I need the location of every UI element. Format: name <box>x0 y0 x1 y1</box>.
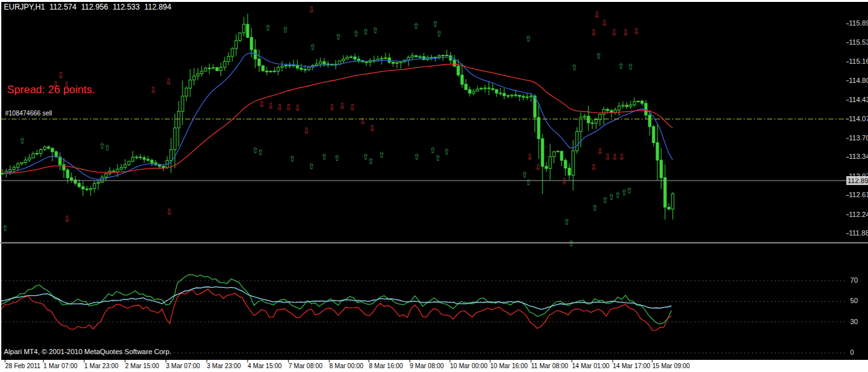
indicator-level-label: 70 <box>850 276 858 284</box>
price-tick-label: 115.160 <box>849 57 868 65</box>
symbol-ohlc-line: EURJPY,H1112.574112.956112.533112.894 <box>4 3 176 11</box>
price-tick-label: 112.610 <box>849 191 868 198</box>
price-tick-label: 111.880 <box>849 229 868 237</box>
order-ticket-label[interactable]: #108474666 sell <box>5 110 52 117</box>
time-tick-label: 1 Mar 07:00 <box>43 362 77 369</box>
time-tick-label: 8 Mar 16:00 <box>369 362 403 369</box>
time-tick-label: 2 Mar 15:00 <box>125 362 159 369</box>
indicator-level-label: 30 <box>850 318 858 325</box>
time-tick-label: 11 Mar 08:00 <box>531 362 568 369</box>
price-tick-label: 113.700 <box>849 134 868 142</box>
chart-overlay: EURJPY,H1112.574112.956112.533112.894 Sp… <box>0 0 868 372</box>
indicator-level-label: 50 <box>850 297 858 304</box>
price-tick-label: 115.890 <box>849 19 868 27</box>
price-tick-label: 112.240 <box>849 211 868 218</box>
time-scale[interactable]: 28 Feb 20111 Mar 07:001 Mar 23:002 Mar 1… <box>0 360 868 372</box>
price-tick-label: 114.800 <box>849 77 868 84</box>
time-tick-label: 1 Mar 23:00 <box>84 362 118 369</box>
time-tick-label: 10 Mar 16:00 <box>490 362 528 369</box>
spread-comment-label: Spread: 26 points. <box>7 84 95 96</box>
bar-open-value: 112.574 <box>49 3 77 11</box>
bar-close-value: 112.894 <box>144 3 172 11</box>
time-tick-label: 7 Mar 08:00 <box>288 362 322 369</box>
time-tick-label: 8 Mar 00:00 <box>329 362 363 369</box>
time-tick-label: 9 Mar 08:00 <box>410 362 444 369</box>
price-scale[interactable]: 115.890115.530115.160114.800114.430114.0… <box>846 0 868 243</box>
time-tick-label: 14 Mar 01:00 <box>572 362 610 369</box>
price-tick-label: 115.530 <box>849 38 868 46</box>
bar-high-value: 112.956 <box>81 3 108 11</box>
time-tick-label: 15 Mar 09:00 <box>652 362 690 369</box>
time-tick-label: 3 Mar 07:00 <box>166 362 200 369</box>
copyright-label: Alpari MT4, © 2001-2010 MetaQuotes Softw… <box>4 348 171 355</box>
time-tick-label: 4 Mar 15:00 <box>248 362 281 369</box>
symbol-timeframe-label: EURJPY,H1 <box>4 3 45 11</box>
time-tick-label: 10 Mar 00:00 <box>450 362 488 369</box>
indicator-scale[interactable]: 7050300 <box>846 243 868 360</box>
time-tick-label: 28 Feb 2011 <box>5 362 40 369</box>
time-tick-label: 3 Mar 23:00 <box>207 362 241 369</box>
price-tick-label: 112.970 <box>849 172 868 180</box>
indicator-level-label: 0 <box>850 348 854 356</box>
price-tick-label: 113.340 <box>849 153 868 160</box>
price-tick-label: 114.070 <box>849 115 868 123</box>
mt4-chart-window: ⇧⇧⇧⇧⇧⇧⇧⇧⇧⇧⇧⇧⇧⇧⇧⇧⇧⇧⇧⇧⇧⇧⇧⇧⇧⇧⇧⇧⇧⇧⇧⇧⇧⇧⇧⇧⇧⇧⇧⇧… <box>0 0 868 372</box>
bar-low-value: 112.533 <box>112 3 140 11</box>
price-tick-label: 114.430 <box>849 96 868 103</box>
time-tick-label: 14 Mar 17:00 <box>613 362 650 369</box>
